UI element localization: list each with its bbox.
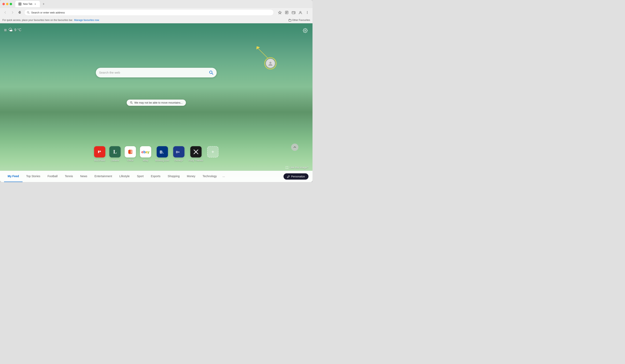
favorites-icon[interactable] — [277, 10, 283, 15]
shortcut-ebay[interactable]: e b a y eBay — [140, 146, 151, 162]
tab-technology-label: Technology — [203, 174, 217, 178]
svg-point-6 — [300, 11, 301, 13]
tab-top-stories[interactable]: Top Stories — [23, 171, 44, 182]
maximize-button[interactable] — [10, 3, 12, 5]
wallet-icon[interactable] — [291, 10, 296, 15]
lifewire-icon: L — [109, 146, 121, 157]
personalize-label: Personalize — [291, 175, 305, 178]
folder-icon — [288, 19, 291, 22]
tab-esports[interactable]: Esports — [147, 171, 164, 182]
tab-technology[interactable]: Technology — [199, 171, 220, 182]
main-content: ⊞ 🌤 9 °C Search the web — [0, 23, 312, 182]
tab-sport-label: Sport — [137, 174, 144, 178]
minimize-button[interactable] — [6, 3, 8, 5]
office-label: Office — [127, 159, 133, 162]
tab-my-feed[interactable]: My Feed — [4, 171, 23, 182]
shortcut-disney[interactable]: D+ Disney+ — [173, 146, 185, 162]
svg-rect-21 — [131, 150, 132, 151]
profile-button[interactable] — [298, 10, 303, 15]
shortcut-fortythieves[interactable]: Forty Thieves — [188, 146, 203, 162]
title-bar: New Tab ✕ + — [0, 0, 312, 8]
tooltip-text: We may not be able to move mountains... — [134, 101, 183, 104]
svg-point-9 — [307, 13, 308, 14]
tab-my-feed-label: My Feed — [8, 174, 19, 178]
traffic-lights — [2, 3, 12, 5]
fortythieves-logo-icon — [192, 148, 200, 155]
ebay-icon: e b a y — [140, 146, 151, 157]
close-button[interactable] — [2, 3, 5, 5]
disney-label: Disney+ — [175, 159, 184, 162]
svg-line-11 — [258, 49, 268, 58]
tab-football[interactable]: Football — [44, 171, 61, 182]
grid-icon: ⊞ — [4, 28, 7, 32]
tab-entertainment[interactable]: Entertainment — [91, 171, 116, 182]
tab-shopping-label: Shopping — [168, 174, 180, 178]
svg-rect-23 — [131, 152, 132, 153]
expand-icon — [285, 166, 288, 169]
tab-area: New Tab ✕ + — [15, 1, 46, 7]
svg-line-17 — [132, 103, 132, 104]
tab-shopping[interactable]: Shopping — [164, 171, 183, 182]
scroll-up-button[interactable] — [291, 143, 298, 151]
fortythieves-label: Forty Thieves — [188, 159, 203, 162]
svg-point-5 — [294, 13, 295, 13]
profile-avatar[interactable] — [266, 58, 275, 68]
svg-marker-12 — [255, 46, 260, 50]
shortcut-buzzfeed[interactable]: BuzzFeed — [94, 146, 105, 162]
settings-button[interactable] — [302, 27, 309, 34]
add-shortcut-button[interactable]: + — [207, 146, 219, 157]
shortcut-lifewire[interactable]: L Lifewire — [109, 146, 121, 162]
reading-list-icon[interactable] — [284, 10, 289, 15]
active-tab[interactable]: New Tab ✕ — [15, 1, 40, 7]
address-bar[interactable]: Search or enter web address — [24, 9, 274, 16]
new-tab-button[interactable]: + — [41, 1, 46, 7]
svg-text:e: e — [141, 150, 143, 154]
svg-rect-10 — [289, 20, 291, 21]
tab-sport[interactable]: Sport — [133, 171, 147, 182]
svg-rect-4 — [292, 11, 295, 14]
svg-point-7 — [307, 11, 308, 12]
svg-rect-22 — [131, 151, 132, 152]
pencil-icon — [287, 175, 290, 178]
browser-window: New Tab ✕ + Search or enter web address — [0, 0, 312, 182]
manage-favorites-link[interactable]: Manage favourites now — [74, 19, 99, 22]
more-options-button[interactable] — [305, 10, 310, 15]
web-search-area: Search the web — [96, 68, 217, 77]
ebay-label: eBay — [143, 159, 148, 162]
add-shortcut[interactable]: + Add — [207, 146, 219, 162]
shortcuts-area: BuzzFeed L Lifewire — [94, 146, 219, 162]
other-favorites[interactable]: Other Favourites — [288, 19, 310, 22]
web-search-icon — [209, 70, 214, 75]
fortythieves-icon — [190, 146, 202, 157]
weather-temperature: 9 °C — [14, 28, 21, 32]
more-tabs-button[interactable]: ··· — [220, 171, 227, 182]
other-favorites-label: Other Favourites — [292, 19, 310, 22]
booking-label: Booking.com — [155, 159, 169, 162]
web-search-box[interactable]: Search the web — [96, 68, 217, 77]
refresh-button[interactable] — [17, 10, 23, 15]
tab-entertainment-label: Entertainment — [94, 174, 112, 178]
tab-lifestyle-label: Lifestyle — [119, 174, 130, 178]
tab-close-button[interactable]: ✕ — [34, 3, 37, 5]
tab-money[interactable]: Money — [183, 171, 199, 182]
shortcut-booking[interactable]: B. Booking.com — [155, 146, 169, 162]
svg-line-15 — [212, 73, 213, 74]
back-button[interactable] — [2, 10, 8, 15]
tab-favicon — [19, 3, 21, 5]
like-image-button[interactable]: Like this image? — [285, 166, 309, 169]
shortcut-office[interactable]: Office — [125, 146, 136, 162]
weather-sun-icon: 🌤 — [8, 27, 13, 32]
ebay-logo-icon: e b a y — [141, 150, 150, 154]
tab-news[interactable]: News — [77, 171, 91, 182]
forward-button[interactable] — [10, 10, 15, 15]
like-image-text: Like this image? — [289, 166, 309, 169]
buzzfeed-icon — [94, 146, 105, 157]
personalize-button[interactable]: Personalize — [283, 173, 309, 180]
tab-tennis[interactable]: Tennis — [61, 171, 77, 182]
office-logo-icon — [127, 148, 134, 155]
tab-lifestyle[interactable]: Lifestyle — [116, 171, 133, 182]
tab-tennis-label: Tennis — [65, 174, 73, 178]
tab-football-label: Football — [48, 174, 58, 178]
disney-icon: D+ — [173, 146, 185, 157]
web-search-placeholder: Search the web — [99, 71, 209, 74]
